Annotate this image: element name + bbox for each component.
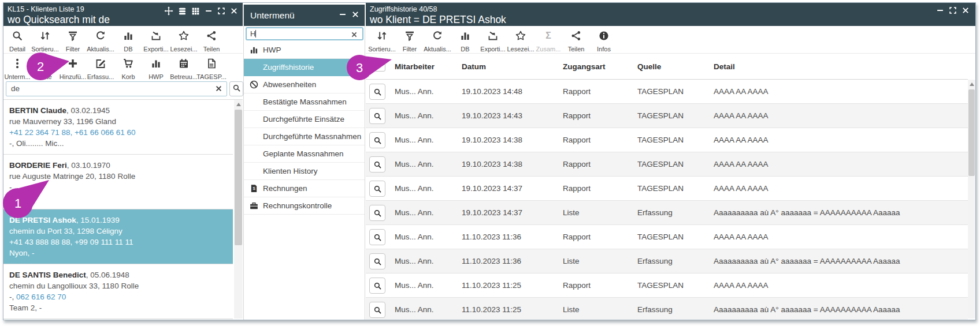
submenu-item-durchgefuehrte-massnahmen[interactable]: Durchgeführte Massnahmen (244, 128, 365, 145)
table-row[interactable]: Mus... Ann.19.10.2023 14:43RapportTAGESP… (366, 104, 968, 128)
table-row[interactable]: Mus... Ann.19.10.2023 14:37RapportTAGESP… (366, 177, 968, 201)
minimize-icon[interactable] (205, 7, 213, 15)
client-extra: Nyon, - (9, 248, 228, 258)
edit-button[interactable]: Erfassu... (87, 54, 114, 80)
client-phones: -, 062 616 62 70 (9, 291, 228, 302)
bar-chart-icon (459, 30, 471, 44)
grid-view-icon[interactable] (191, 7, 200, 16)
row-detail-button[interactable] (369, 302, 385, 318)
client-phones: +41 43 888 88 88, +99 09 111 11 11 (9, 237, 228, 248)
table-row[interactable]: Mus... Ann.19.10.2023 14:37ListeErfassun… (366, 201, 968, 225)
maximize-icon[interactable] (217, 7, 225, 15)
row-detail-button[interactable] (369, 181, 385, 197)
column-header-zugangsart[interactable]: Zugangsart (563, 54, 606, 80)
client-list-header: KL15 - Klienten Liste 19 wo Quicksearch … (3, 3, 243, 26)
table-row[interactable]: Mus... Ann.19.10.2023 14:38RapportTAGESP… (366, 152, 968, 177)
sort-button[interactable]: Sortieru... (368, 26, 396, 53)
window-subtitle: wo Quicksearch mit de (8, 14, 238, 25)
scrollbar-thumb[interactable] (968, 89, 975, 176)
row-detail-button[interactable] (369, 108, 385, 124)
submenu-item-bestaetigte-massnahmen[interactable]: Bestätigte Massnahmen (244, 93, 365, 111)
window-title: Untermenü (250, 10, 295, 21)
export-button[interactable]: Exporti... (142, 26, 170, 53)
minimize-icon[interactable] (936, 6, 944, 14)
row-detail-button[interactable] (369, 253, 385, 269)
search-submit-button[interactable] (229, 81, 243, 96)
row-detail-button[interactable] (369, 132, 385, 148)
close-icon[interactable] (351, 10, 359, 18)
column-header-detail[interactable]: Detail (714, 54, 735, 80)
callout-number: 1 (14, 196, 21, 211)
table-row[interactable]: Mus... Ann.11.10.2023 11:36ListeErfassun… (366, 249, 968, 273)
tagesplan-button[interactable]: TAGESP... (198, 54, 225, 80)
submenu-item-klienten-history[interactable]: Klienten History (244, 163, 365, 180)
search-icon (12, 30, 23, 44)
column-header-datum[interactable]: Datum (462, 54, 486, 80)
table-row[interactable]: Mus... Ann.19.10.2023 14:48RapportTAGESP… (366, 80, 968, 104)
table-row[interactable]: Mus... Ann.19.10.2023 14:38RapportTAGESP… (366, 128, 968, 152)
client-list-scrollbar[interactable] (234, 100, 243, 318)
move-icon[interactable] (164, 6, 173, 16)
callout-2: 2 (17, 49, 81, 85)
submenu-item-rechnungen[interactable]: Rechnungen (244, 180, 365, 197)
refresh-button[interactable]: Aktualis... (424, 26, 451, 53)
bar-chart-icon (248, 45, 259, 55)
db-button[interactable]: DB (114, 26, 142, 53)
row-detail-button[interactable] (369, 156, 385, 173)
refresh-icon (432, 30, 443, 44)
close-icon[interactable] (962, 6, 970, 14)
submenu-search-row: H (244, 26, 365, 42)
hwp-button[interactable]: HWP (142, 54, 170, 80)
submenu-item-geplante-massnahmen[interactable]: Geplante Massnahmen (244, 145, 365, 163)
row-detail-button[interactable] (369, 84, 385, 100)
summarize-button[interactable]: Zusam... (534, 26, 562, 53)
share-button[interactable]: Teilen (198, 26, 225, 53)
filter-button[interactable]: Filter (396, 26, 424, 53)
table-row[interactable]: Mus... Ann.11.10.2023 11:25ListeErfassun… (366, 298, 968, 320)
scroll-up-arrow[interactable] (236, 103, 241, 106)
refresh-icon (95, 30, 106, 44)
row-detail-button[interactable] (369, 278, 385, 294)
submenu-search-input[interactable]: H (246, 27, 363, 40)
scroll-up-arrow[interactable] (970, 83, 974, 86)
bookmark-button[interactable]: Lesezei... (170, 26, 198, 53)
briefcase-icon (248, 201, 259, 211)
client-extra: -, Oli........ Mic... (9, 138, 228, 149)
info-button[interactable]: Infos (590, 26, 618, 53)
scrollbar-thumb[interactable] (235, 110, 242, 245)
basket-button[interactable]: Korb (114, 54, 142, 80)
minimize-icon[interactable] (339, 10, 347, 18)
export-icon (150, 30, 162, 44)
column-header-quelle[interactable]: Quelle (637, 54, 661, 80)
export-button[interactable]: Exporti... (479, 26, 507, 53)
submenu-item-rechnungskontrolle[interactable]: Rechnungskontrolle (244, 197, 365, 215)
clear-search-icon[interactable] (215, 84, 222, 95)
client-entry[interactable]: BERTIN Claude, 03.02.1945 rue Mauverney … (3, 100, 233, 155)
rows-view-icon[interactable] (178, 7, 187, 16)
close-icon[interactable] (230, 7, 238, 15)
maximize-icon[interactable] (949, 6, 957, 14)
db-button[interactable]: DB (451, 26, 479, 53)
care-button[interactable]: Betreuu... (170, 54, 198, 80)
row-detail-button[interactable] (369, 205, 385, 221)
sort-icon (39, 30, 51, 44)
table-scrollbar[interactable] (968, 80, 975, 318)
row-detail-button[interactable] (369, 229, 385, 245)
search-icon (232, 84, 241, 95)
cart-icon (122, 58, 134, 72)
table-row[interactable]: Mus... Ann.11.10.2023 11:36RapportTAGESP… (366, 225, 968, 249)
application-window: KL15 - Klienten Liste 19 wo Quicksearch … (3, 2, 976, 320)
table-row[interactable]: Mus... Ann.11.10.2023 11:25RapportTAGESP… (366, 273, 968, 298)
client-entry[interactable]: DE SANTIS Benedict, 05.06.1948 chemin du… (3, 264, 233, 319)
client-address: rue Mauverney 33, 1196 Gland (9, 116, 228, 127)
refresh-button[interactable]: Aktualis... (87, 26, 114, 53)
submenu-item-durchgefuehrte-einsaetze[interactable]: Durchgeführte Einsätze (244, 111, 365, 128)
filter-icon (67, 30, 79, 44)
callout-1: 1 (0, 162, 75, 225)
share-button[interactable]: Teilen (562, 26, 590, 53)
edit-icon (95, 58, 106, 72)
bar-chart-icon (150, 58, 162, 72)
zugriffshistorie-header: Zugriffshistorie 40/58 wo Klient = DE PR… (366, 3, 975, 26)
clear-search-icon[interactable] (351, 30, 358, 40)
bookmark-button[interactable]: Lesezei... (507, 26, 534, 53)
